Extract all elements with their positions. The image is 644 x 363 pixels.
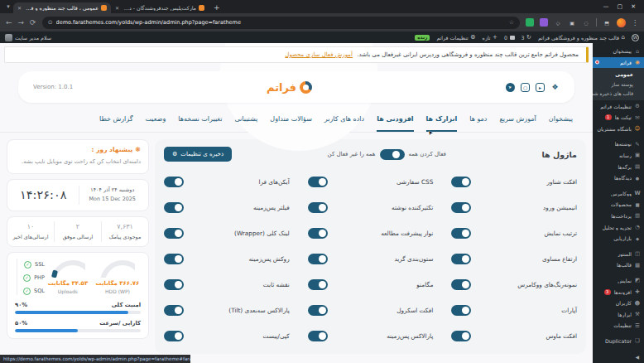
- extension-icon[interactable]: ▣: [568, 18, 576, 27]
- module-toggle[interactable]: [164, 202, 184, 213]
- settings-tab[interactable]: آموزش سریع: [499, 115, 536, 132]
- module-toggle[interactable]: [164, 228, 184, 239]
- tab-close-icon[interactable]: ✕: [115, 5, 119, 11]
- module-toggle[interactable]: [451, 177, 471, 187]
- toggle-all-switch[interactable]: [380, 149, 405, 160]
- reload-icon[interactable]: ⟳: [30, 18, 36, 27]
- youtube-icon[interactable]: [536, 83, 545, 92]
- stat-item: ۷,۶۳۱ موجودی پیامک: [102, 221, 148, 242]
- sidebar-menu-item[interactable]: باشگاه مشتریان: [593, 123, 644, 135]
- tab-close-icon[interactable]: ✕: [17, 5, 22, 11]
- module-toggle[interactable]: [164, 279, 184, 290]
- sidebar-menu-item[interactable]: برگه‌ها: [593, 161, 644, 172]
- extension-icon[interactable]: ◇: [554, 18, 562, 27]
- sidebar-menu-item[interactable]: فراتم: [593, 57, 644, 69]
- sidebar-menu-item[interactable]: تنظیمات فراتم: [593, 100, 644, 112]
- module-toggle[interactable]: [308, 177, 328, 187]
- profile-avatar[interactable]: [617, 18, 626, 27]
- wordpress-logo-icon[interactable]: W: [632, 34, 639, 41]
- sidebar-menu-item[interactable]: ابزارها: [593, 308, 644, 320]
- save-settings-button[interactable]: ذخیره ی تنظیمات ⚙: [164, 147, 232, 162]
- sidebar-menu-item[interactable]: تجزیه و تحلیل: [593, 221, 644, 233]
- module-toggle[interactable]: [164, 177, 184, 187]
- module-toggle[interactable]: [308, 202, 328, 213]
- browser-tab-active[interactable]: عمومی ، قالب چند منظوره و فرو… ✕: [13, 2, 111, 13]
- back-icon[interactable]: ←: [6, 18, 12, 27]
- settings-tab[interactable]: وضعیت: [146, 115, 166, 132]
- module-toggle[interactable]: [164, 254, 184, 264]
- minimize-icon[interactable]: —: [603, 3, 609, 10]
- settings-tab[interactable]: سؤالات متداول: [270, 115, 312, 132]
- module-toggle[interactable]: [451, 279, 471, 290]
- sidebar-menu-item[interactable]: المنتور: [593, 248, 644, 259]
- module-toggle[interactable]: [308, 331, 328, 341]
- sidebar-menu-item[interactable]: تیکت ها 1: [593, 112, 644, 123]
- sidebar-menu-item[interactable]: افزونه‌ها 3: [593, 286, 644, 298]
- settings-tab[interactable]: افزودنی ها: [377, 115, 413, 132]
- browser-tab[interactable]: مارکت‌پلیس چندفروشندگان - دمو… ✕: [111, 2, 209, 13]
- instagram-icon[interactable]: [521, 83, 530, 92]
- module-toggle[interactable]: [451, 202, 471, 213]
- url-text[interactable]: demo.farathemes.com/yolds/wp-admin/admin…: [56, 19, 506, 26]
- module-toggle[interactable]: [308, 228, 328, 239]
- module-toggle[interactable]: [451, 254, 471, 264]
- sidebar-menu-item[interactable]: ووکامرس: [593, 187, 644, 199]
- aparat-icon[interactable]: [550, 83, 560, 92]
- new-tab-button[interactable]: +: [214, 3, 220, 12]
- tab-search-icon[interactable]: ▾: [3, 2, 13, 12]
- module-toggle[interactable]: [308, 305, 328, 316]
- module-toggle[interactable]: [308, 279, 328, 290]
- sidebar-menu-item[interactable]: نمایش: [593, 275, 644, 287]
- sidebar-menu-item[interactable]: نوشته‌ها: [593, 138, 644, 150]
- adminbar-updates[interactable]: ↻ 3: [521, 34, 531, 41]
- settings-tab[interactable]: داده های کاربر: [324, 115, 364, 132]
- gauge-label: Uploads: [45, 288, 91, 294]
- adminbar-fara-settings[interactable]: ⚙ تنظیمات فراتم: [436, 34, 475, 41]
- module-toggle[interactable]: [451, 305, 471, 316]
- sidebar-menu-item[interactable]: محصولات: [593, 199, 644, 211]
- sidebar-menu-item[interactable]: پرداخت‌ها: [593, 211, 644, 222]
- address-bar[interactable]: ⊙ demo.farathemes.com/yolds/wp-admin/adm…: [42, 17, 520, 29]
- sidebar-menu-item[interactable]: بازاریابی: [593, 233, 644, 244]
- module-toggle[interactable]: [308, 254, 328, 264]
- extension-icon[interactable]: ◌: [582, 18, 590, 27]
- settings-tab[interactable]: تغییرات نسخه‌ها: [178, 115, 222, 132]
- submenu-item[interactable]: عمومی: [593, 70, 644, 79]
- extension-icon[interactable]: [526, 18, 534, 27]
- site-settings-icon[interactable]: ⊙: [48, 19, 53, 26]
- close-icon[interactable]: ✕: [631, 3, 636, 10]
- module-toggle[interactable]: [164, 331, 184, 341]
- activation-tutorial-link[interactable]: آموزش فعال سازی محصول: [285, 51, 353, 58]
- maximize-icon[interactable]: ▢: [618, 3, 623, 10]
- submenu-item[interactable]: قالب های ذخیره شده: [593, 89, 644, 98]
- submenu-item[interactable]: پوسته ساز: [593, 80, 644, 89]
- sidebar-menu-item[interactable]: قالب‌ها: [593, 259, 644, 271]
- module-toggle[interactable]: [451, 228, 471, 239]
- forward-icon[interactable]: →: [18, 18, 25, 27]
- collapse-menu-icon[interactable]: ◀: [593, 351, 644, 362]
- sidebar-menu-item[interactable]: کاربران: [593, 298, 644, 309]
- extensions-menu-icon[interactable]: ⬒: [603, 18, 611, 27]
- settings-tab[interactable]: پیشخوان: [549, 115, 573, 132]
- sidebar-menu-item[interactable]: پیشخوان: [593, 46, 644, 57]
- sidebar-menu-item[interactable]: تنظیمات: [593, 320, 644, 332]
- sidebar-menu-item[interactable]: Duplicator: [593, 336, 644, 347]
- settings-tab[interactable]: ابزارک ها ➤: [426, 115, 458, 132]
- extension-icon[interactable]: [540, 18, 548, 27]
- module-toggle[interactable]: [164, 305, 184, 316]
- adminbar-site-link[interactable]: ⌂ قالب چند منظوره و فروشگاهی فراتم: [538, 34, 625, 41]
- settings-tab[interactable]: گزارش خطا: [99, 115, 133, 132]
- live-badge[interactable]: زنده: [415, 35, 430, 41]
- settings-tab[interactable]: پشتیبانی: [234, 115, 257, 132]
- browser-menu-icon[interactable]: ⋮: [632, 19, 638, 27]
- adminbar-comments[interactable]: 0: [504, 35, 515, 41]
- telegram-icon[interactable]: [506, 83, 515, 92]
- settings-tab[interactable]: دمو ها: [469, 115, 487, 132]
- adminbar-account[interactable]: سلام مدیر سایت: [5, 34, 51, 41]
- module-toggle[interactable]: [451, 331, 471, 341]
- module-label: CSS سفارشی: [396, 178, 433, 186]
- sidebar-menu-item[interactable]: دیدگاه‌ها: [593, 172, 644, 184]
- adminbar-new[interactable]: + تازه: [483, 34, 497, 41]
- sidebar-menu-item[interactable]: رسانه: [593, 150, 644, 162]
- bookmark-star-icon[interactable]: ☆: [509, 19, 514, 26]
